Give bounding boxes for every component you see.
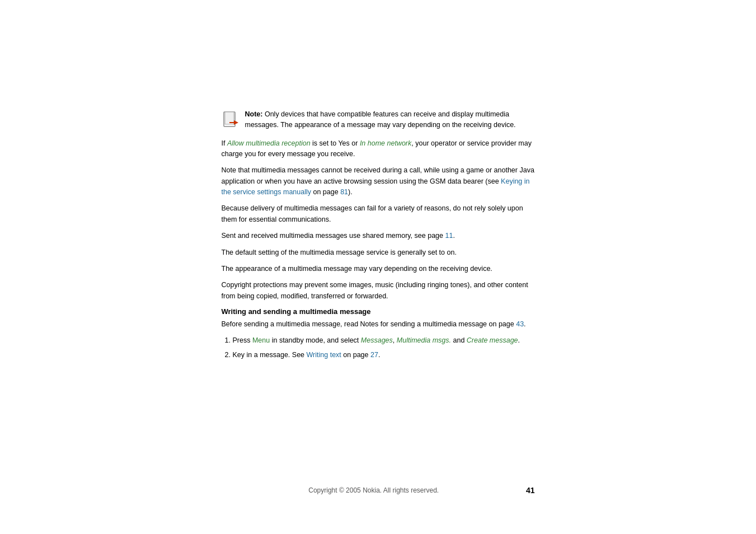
section-intro: Before sending a multimedia message, rea… xyxy=(222,319,535,330)
link-allow-multimedia[interactable]: Allow multimedia reception xyxy=(227,139,311,147)
menu-link[interactable]: Menu xyxy=(252,336,270,344)
link-messages[interactable]: Messages xyxy=(361,336,393,344)
link-create-message[interactable]: Create message xyxy=(467,336,518,344)
paragraph-2: Note that multimedia messages cannot be … xyxy=(222,165,535,198)
svg-marker-2 xyxy=(234,120,238,125)
paragraph-4: Sent and received multimedia messages us… xyxy=(222,231,535,241)
link-writing-text[interactable]: Writing text xyxy=(307,351,341,359)
link-page-27[interactable]: 27 xyxy=(370,351,378,359)
link-in-home-network[interactable]: In home network xyxy=(360,139,411,147)
section-heading: Writing and sending a multimedia message xyxy=(222,307,535,316)
paragraph-5: The default setting of the multimedia me… xyxy=(222,247,535,258)
link-page-43[interactable]: 43 xyxy=(516,320,524,328)
paragraph-1: If Allow multimedia reception is set to … xyxy=(222,138,535,160)
list-item-2: Key in a message. See Writing text on pa… xyxy=(233,350,535,360)
link-multimedia-msgs[interactable]: Multimedia msgs. xyxy=(397,336,451,344)
note-box: Note: Only devices that have compatible … xyxy=(222,109,535,130)
note-content: Only devices that have compatible featur… xyxy=(245,110,516,129)
paragraph-7: Copyright protections may prevent some i… xyxy=(222,280,535,302)
paragraph-6: The appearance of a multimedia message m… xyxy=(222,264,535,274)
text-yes: Yes xyxy=(338,139,349,147)
page: Note: Only devices that have compatible … xyxy=(0,0,756,534)
note-icon xyxy=(222,110,240,128)
link-page-81[interactable]: 81 xyxy=(340,188,348,196)
note-bold: Note: xyxy=(245,110,263,118)
footer-copyright: Copyright © 2005 Nokia. All rights reser… xyxy=(222,486,526,494)
footer-page-number: 41 xyxy=(526,486,535,495)
footer: Copyright © 2005 Nokia. All rights reser… xyxy=(222,486,535,495)
paragraph-3: Because delivery of multimedia messages … xyxy=(222,203,535,225)
content-area: Note: Only devices that have compatible … xyxy=(222,0,535,534)
list-item-1: Press Menu in standby mode, and select M… xyxy=(233,335,535,346)
link-keying-service[interactable]: Keying in the service settings manually xyxy=(222,177,530,196)
note-text: Note: Only devices that have compatible … xyxy=(245,109,535,130)
ordered-list: Press Menu in standby mode, and select M… xyxy=(222,335,535,360)
svg-rect-3 xyxy=(229,122,234,123)
link-page-11[interactable]: 11 xyxy=(445,232,453,240)
